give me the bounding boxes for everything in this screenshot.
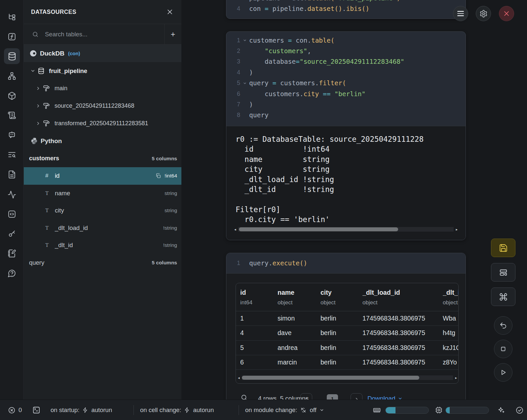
horizontal-scrollbar[interactable]: ◂ ▸: [238, 375, 457, 380]
scrollbar-thumb[interactable]: [242, 376, 419, 380]
on-module-change-setting[interactable]: on module change: off: [245, 400, 324, 420]
error-counter[interactable]: 0: [8, 400, 22, 420]
key-icon[interactable]: [4, 226, 20, 242]
scroll-icon[interactable]: [4, 107, 20, 123]
function-square-icon[interactable]: [4, 29, 20, 45]
table-row[interactable]: 6marcinberlin1745968348.3806975z8Yo: [236, 355, 458, 370]
layout-toggle-button[interactable]: [491, 263, 515, 282]
network-icon[interactable]: [4, 68, 20, 84]
code-line[interactable]: con = pipeline.dataset().ibis(): [249, 5, 369, 13]
table-meta: 5 columns: [152, 156, 177, 162]
table-row[interactable]: 5andreaberlin1745968348.3806975kzJ1C: [236, 341, 458, 355]
section-label: Python: [41, 137, 62, 145]
column-row-id[interactable]: # id !int64: [24, 167, 181, 185]
code-cell-query[interactable]: 1customers = con.table( 2 "customers", 3…: [226, 31, 466, 240]
table-row-query[interactable]: query 5 columns: [24, 254, 181, 272]
connection-row-duckdb[interactable]: DuckDB (con): [24, 45, 181, 62]
activity-icon[interactable]: [4, 187, 20, 203]
settings-button[interactable]: [476, 6, 491, 21]
close-panel-icon[interactable]: [166, 8, 174, 16]
help-circle-icon[interactable]: [4, 265, 20, 281]
horizontal-scrollbar[interactable]: ◂ ▸: [234, 227, 458, 232]
shutdown-button[interactable]: [499, 6, 514, 21]
column-name: id: [55, 172, 155, 179]
stop-button[interactable]: [494, 340, 512, 358]
column-dtype: int64: [240, 299, 278, 306]
save-button[interactable]: [491, 239, 515, 257]
duckdb-logo-icon: [29, 50, 37, 57]
on-startup-setting[interactable]: on startup: autorun: [51, 400, 112, 420]
column-type: !int64: [165, 173, 177, 179]
code-cell-setup[interactable]: 3 pipeline = dlt.attach("fruit_pipeline"…: [226, 0, 466, 19]
undo-button[interactable]: [494, 316, 512, 335]
chevron-down-icon[interactable]: [30, 68, 35, 73]
column-header[interactable]: name: [278, 289, 320, 296]
on-cell-change-setting[interactable]: on cell change: autorun: [140, 400, 214, 420]
tree-item-schema-source[interactable]: source_202504291112283468: [24, 97, 181, 115]
ram-usage-bar[interactable]: [385, 400, 429, 420]
code-line[interactable]: "customers",: [249, 47, 311, 55]
code-cell-execute[interactable]: 1 query.execute() idint64 nameobject cit…: [226, 253, 466, 408]
scrollbar-thumb[interactable]: [239, 227, 398, 231]
search-input[interactable]: [44, 30, 140, 38]
connection-status-icon[interactable]: [515, 400, 524, 420]
column-header[interactable]: id: [240, 289, 278, 296]
tree-item-schema-main[interactable]: main: [24, 80, 181, 97]
section-python[interactable]: Python: [24, 132, 181, 150]
cpu-usage-bar[interactable]: [445, 400, 489, 420]
table-row[interactable]: 4daveberlin1745968348.3806975h4tg: [236, 326, 458, 340]
schema-icon: [43, 85, 50, 92]
cell-menu-button[interactable]: [453, 6, 468, 21]
box-icon[interactable]: [4, 88, 20, 104]
list-search-icon[interactable]: [4, 147, 20, 163]
notebook-pen-icon[interactable]: [4, 246, 20, 261]
column-header[interactable]: city: [320, 289, 362, 296]
command-palette-button[interactable]: [491, 287, 515, 306]
table-row[interactable]: 1simonberlin1745968348.3806975Wba: [236, 311, 458, 326]
chevron-right-icon[interactable]: [36, 86, 41, 91]
file-tree-icon[interactable]: [4, 9, 20, 25]
column-row-name[interactable]: T name string: [24, 185, 181, 202]
line-number: 2: [226, 48, 240, 55]
copy-icon[interactable]: [155, 173, 161, 179]
code-line[interactable]: ): [249, 101, 253, 108]
column-header[interactable]: _dlt_id: [443, 289, 459, 296]
code-line[interactable]: ): [249, 69, 253, 76]
chevron-right-icon[interactable]: [36, 103, 41, 108]
code-line[interactable]: pipeline = dlt.attach("fruit_pipeline"): [249, 0, 400, 2]
column-row-city[interactable]: T city string: [24, 202, 181, 219]
code-line[interactable]: query = customers.filter(: [249, 79, 346, 87]
column-dtype: object: [278, 299, 320, 306]
column-row-dlt-load-id[interactable]: T _dlt_load_id !string: [24, 219, 181, 237]
code-line[interactable]: database="source_202504291112283468": [249, 58, 404, 65]
zap-icon: [82, 407, 88, 413]
code-line[interactable]: customers.city == "berlin": [249, 90, 365, 98]
code-line[interactable]: customers = con.table(: [249, 37, 334, 44]
tree-item-database[interactable]: fruit_pipeline: [24, 62, 181, 80]
run-button[interactable]: [494, 363, 512, 382]
database-icon[interactable]: [4, 48, 20, 64]
scroll-right-icon[interactable]: ▸: [454, 227, 458, 232]
scroll-left-icon[interactable]: ◂: [234, 227, 238, 232]
ai-sparkles-icon[interactable]: [497, 400, 505, 420]
code-square-icon[interactable]: [4, 206, 20, 222]
text-type-icon: T: [45, 242, 55, 248]
file-text-icon[interactable]: [4, 167, 20, 182]
add-datasource-button[interactable]: +: [164, 24, 181, 44]
panel-title: DATASOURCES: [31, 9, 166, 16]
column-type: string: [165, 208, 177, 213]
cpu-icon: [435, 400, 443, 420]
column-header[interactable]: _dlt_load_id: [362, 289, 443, 296]
chevron-right-icon[interactable]: [36, 121, 41, 126]
ibis-expression-output: r0 := DatabaseTable: source_202504291112…: [236, 134, 457, 225]
layout-icon: [499, 268, 508, 277]
code-line[interactable]: query.execute(): [249, 259, 307, 267]
bot-icon[interactable]: [4, 127, 20, 143]
table-row-customers[interactable]: customers 5 columns: [24, 150, 181, 167]
column-row-dlt-id[interactable]: T _dlt_id !string: [24, 237, 181, 254]
scroll-right-icon[interactable]: ▸: [453, 376, 457, 380]
code-line[interactable]: query: [249, 111, 269, 119]
scroll-left-icon[interactable]: ◂: [238, 376, 242, 380]
tree-item-schema-transformed[interactable]: transformed_202504291112283581: [24, 115, 181, 132]
terminal-button[interactable]: [32, 400, 40, 420]
